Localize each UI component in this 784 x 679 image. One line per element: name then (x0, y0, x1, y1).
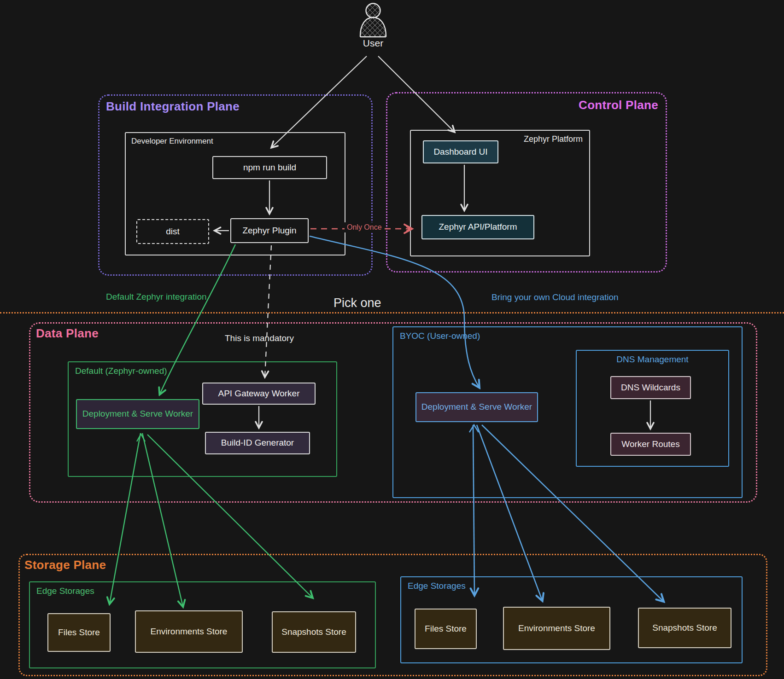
plane-separator-line (0, 312, 784, 313)
default-group-title: Default (Zephyr-owned) (75, 366, 167, 376)
zephyr-plugin-node: Zephyr Plugin (230, 218, 309, 243)
environments-store-byoc-node: Environments Store (503, 607, 610, 650)
edge-storages-byoc-title: Edge Storages (408, 581, 466, 591)
snapshots-store-default-node: Snapshots Store (272, 611, 356, 653)
api-gateway-worker-node: API Gateway Worker (202, 383, 316, 405)
pick-one-label: Pick one (333, 296, 381, 310)
byoc-group-title: BYOC (User-owned) (400, 331, 480, 341)
data-plane-title: Data Plane (36, 326, 99, 341)
build-id-generator-node: Build-ID Generator (205, 432, 310, 454)
architecture-diagram: Build Integration Plane Control Plane Da… (0, 0, 784, 679)
byoc-integration-label: Bring your own Cloud integration (491, 292, 619, 302)
storage-plane-title: Storage Plane (24, 558, 106, 572)
user-icon (360, 4, 386, 37)
dashboard-ui-node: Dashboard UI (423, 140, 498, 163)
worker-routes-node: Worker Routes (610, 433, 691, 456)
dns-management-title: DNS Management (577, 354, 728, 365)
files-store-byoc-node: Files Store (415, 609, 477, 649)
mandatory-label: This is mandatory (225, 333, 294, 343)
zephyr-api-node: Zephyr API/Platform (421, 215, 534, 239)
npm-run-build-node: npm run build (212, 156, 327, 179)
zephyr-platform-title: Zephyr Platform (524, 134, 583, 144)
user-label: User (362, 38, 385, 49)
snapshots-store-byoc-node: Snapshots Store (638, 608, 731, 648)
edge-storages-default-title: Edge Storages (36, 586, 94, 596)
only-once-label: Only Once (345, 222, 384, 232)
deployment-serve-worker-byoc-node: Deployment & Serve Worker (415, 392, 538, 422)
default-integration-label: Default Zephyr integration (106, 292, 207, 302)
dns-wildcards-node: DNS Wildcards (610, 376, 691, 399)
developer-environment-title: Developer Environment (131, 137, 213, 146)
dist-node: dist (136, 219, 209, 244)
deployment-serve-worker-default-node: Deployment & Serve Worker (76, 399, 199, 429)
control-plane-title: Control Plane (579, 98, 658, 112)
build-plane-title: Build Integration Plane (106, 99, 240, 114)
files-store-default-node: Files Store (47, 613, 111, 652)
environments-store-default-node: Environments Store (135, 610, 243, 653)
